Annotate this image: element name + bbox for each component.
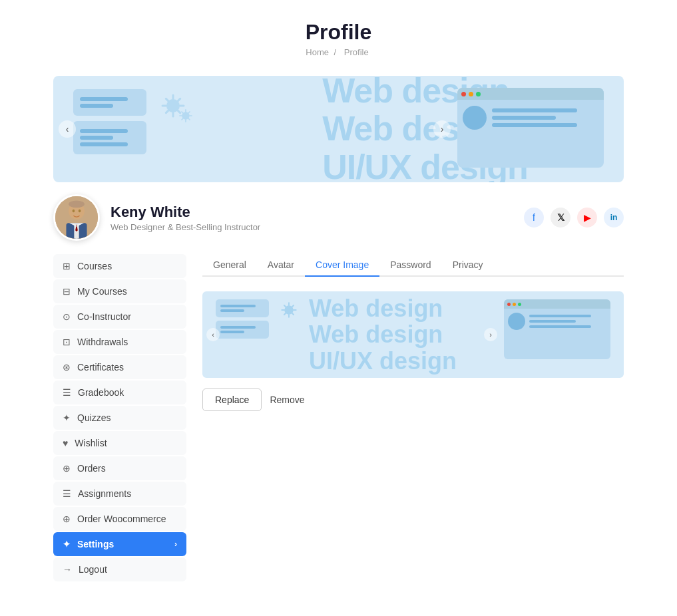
linkedin-icon[interactable]: in: [604, 208, 624, 228]
preview-gear-icon: [276, 297, 302, 328]
preview-code-block-2: [216, 321, 269, 339]
banner-next-arrow[interactable]: ›: [433, 120, 451, 138]
my-courses-icon: ⊟: [63, 286, 71, 297]
tab-privacy[interactable]: Privacy: [442, 254, 494, 277]
sidebar-item-settings[interactable]: ✦Settings›: [53, 532, 186, 556]
preview-code-line-4: [220, 331, 244, 333]
replace-button[interactable]: Replace: [202, 388, 262, 411]
profile-info: Keny White Web Designer & Best-Selling I…: [53, 194, 260, 241]
certificates-icon: ⊛: [63, 362, 71, 373]
preview-code-line-3: [220, 326, 256, 329]
sidebar-item-my-courses[interactable]: ⊟My Courses: [53, 279, 186, 303]
page-title-area: Profile Home / Profile: [0, 0, 677, 64]
preview-line-1: [529, 315, 591, 317]
preview-line-2: [529, 320, 576, 323]
banner-code-line-2: [80, 104, 113, 108]
window-line-2: [492, 116, 556, 120]
sidebar-item-withdrawals[interactable]: ⊡Withdrawals: [53, 330, 186, 354]
preview-line-3: [529, 325, 591, 328]
co-instructor-icon: ⊙: [63, 311, 71, 322]
sidebar-item-co-instructor[interactable]: ⊙Co-Instructor: [53, 305, 186, 329]
preview-dot-green: [518, 303, 521, 306]
orders-icon: ⊕: [63, 463, 71, 474]
social-icons: f 𝕏 ▶ in: [524, 208, 624, 228]
sidebar-item-wishlist[interactable]: ♥Wishlist: [53, 431, 186, 455]
sidebar-label-withdrawals: Withdrawals: [77, 337, 128, 347]
avatar: [53, 194, 100, 241]
sidebar: ⊞Courses⊟My Courses⊙Co-Instructor⊡Withdr…: [53, 254, 186, 583]
order-woocommerce-icon: ⊕: [63, 514, 71, 524]
sidebar-label-courses: Courses: [77, 261, 112, 271]
window-dot-red: [461, 92, 466, 96]
sidebar-label-my-courses: My Courses: [77, 286, 127, 297]
sidebar-item-logout[interactable]: →Logout: [53, 557, 186, 581]
sidebar-label-gradebook: Gradebook: [78, 387, 124, 398]
sidebar-label-order-woocommerce: Order Woocommerce: [77, 514, 166, 524]
banner-prev-arrow[interactable]: ‹: [59, 120, 76, 138]
preview-code-line-2: [220, 309, 244, 312]
banner-code-block: [73, 89, 146, 116]
tab-avatar[interactable]: Avatar: [257, 254, 305, 277]
tabs: GeneralAvatarCover ImagePasswordPrivacy: [202, 254, 624, 277]
banner-window-widget: [457, 88, 604, 168]
breadcrumb-home[interactable]: Home: [306, 47, 329, 57]
banner-left-widget: [73, 89, 146, 160]
breadcrumb-separator: /: [334, 47, 337, 57]
gradebook-icon: ☰: [63, 387, 71, 398]
sidebar-item-gradebook[interactable]: ☰Gradebook: [53, 381, 186, 404]
youtube-icon[interactable]: ▶: [577, 208, 597, 228]
sidebar-item-assignments[interactable]: ☰Assignments: [53, 482, 186, 506]
sidebar-item-orders[interactable]: ⊕Orders: [53, 456, 186, 480]
withdrawals-icon: ⊡: [63, 337, 71, 347]
settings-icon: ✦: [63, 539, 71, 549]
sidebar-item-order-woocommerce[interactable]: ⊕Order Woocommerce: [53, 507, 186, 531]
main-layout: ⊞Courses⊟My Courses⊙Co-Instructor⊡Withdr…: [0, 241, 677, 596]
preview-dot-red: [507, 303, 511, 306]
sidebar-item-courses[interactable]: ⊞Courses: [53, 254, 186, 278]
profile-text: Keny White Web Designer & Best-Selling I…: [111, 204, 260, 232]
window-line-3: [492, 123, 577, 127]
banner-window-content: [457, 100, 604, 136]
sidebar-label-settings: Settings: [77, 539, 114, 549]
logout-icon: →: [63, 564, 72, 575]
breadcrumb-current: Profile: [344, 47, 369, 57]
banner-code-line-4: [80, 136, 113, 140]
preview-next-arrow[interactable]: ›: [484, 328, 497, 341]
preview-left-widget: [216, 299, 269, 342]
tab-cover-image[interactable]: Cover Image: [305, 254, 379, 277]
banner-code-line-3: [80, 129, 128, 133]
sidebar-item-quizzes[interactable]: ✦Quizzes: [53, 406, 186, 430]
banner-code-line-1: [80, 97, 128, 101]
sidebar-label-certificates: Certificates: [77, 362, 124, 373]
window-dot-yellow: [469, 92, 473, 96]
banner-code-line-5: [80, 142, 128, 146]
banner-window-titlebar: [457, 88, 604, 100]
banner-code-block-2: [73, 121, 146, 154]
gear-icon: [153, 86, 193, 128]
page-title: Profile: [0, 20, 677, 45]
sidebar-label-assignments: Assignments: [78, 488, 131, 499]
svg-point-4: [69, 200, 85, 208]
preview-window-body: [504, 309, 610, 334]
svg-point-6: [79, 210, 81, 213]
tab-password[interactable]: Password: [379, 254, 441, 277]
breadcrumb: Home / Profile: [0, 47, 677, 57]
facebook-icon[interactable]: f: [524, 208, 544, 228]
assignments-icon: ☰: [63, 488, 71, 499]
remove-button[interactable]: Remove: [270, 394, 304, 405]
wishlist-icon: ♥: [63, 438, 68, 448]
preview-code-line-1: [220, 305, 256, 307]
sidebar-label-co-instructor: Co-Instructor: [77, 311, 131, 322]
twitter-x-icon[interactable]: 𝕏: [551, 208, 570, 228]
tab-general[interactable]: General: [202, 254, 257, 277]
preview-dot-yellow: [513, 303, 516, 306]
quizzes-icon: ✦: [63, 412, 71, 423]
content-area: GeneralAvatarCover ImagePasswordPrivacy …: [202, 254, 624, 583]
window-line-1: [492, 108, 577, 112]
sidebar-item-certificates[interactable]: ⊛Certificates: [53, 355, 186, 379]
preview-window-widget: [504, 299, 610, 359]
top-cover-banner: MotionWeb designWeb designUI/UX designUs…: [53, 76, 624, 182]
preview-prev-arrow[interactable]: ‹: [206, 328, 220, 341]
svg-point-5: [73, 210, 75, 213]
sidebar-label-orders: Orders: [77, 463, 106, 474]
